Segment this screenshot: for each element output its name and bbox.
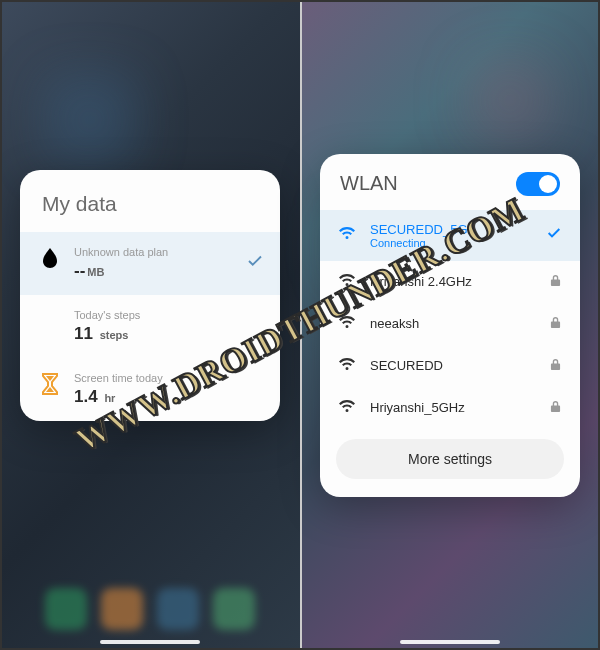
steps-value: 11 (74, 324, 93, 343)
lock-icon (550, 315, 562, 333)
right-phone-screen: WLAN SECUREDD_5G Connecting Hriyanshi 2.… (300, 0, 600, 650)
lock-icon (550, 357, 562, 375)
screen-time-value: 1.4 (74, 387, 98, 406)
screen-time-unit: hr (104, 392, 115, 404)
wlan-header: WLAN (320, 154, 580, 210)
wlan-card: WLAN SECUREDD_5G Connecting Hriyanshi 2.… (320, 154, 580, 497)
screen-time-row[interactable]: Screen time today 1.4 hr (20, 358, 280, 421)
steps-label: Today's steps (74, 309, 140, 321)
wifi-network-row[interactable]: neeaksh (320, 303, 580, 345)
wifi-name: SECUREDD_5G (370, 222, 534, 237)
steps-icon (38, 309, 62, 333)
steps-unit: steps (100, 329, 129, 341)
screen-time-label: Screen time today (74, 372, 163, 384)
wifi-icon (338, 273, 358, 291)
dock-left (45, 588, 255, 630)
home-indicator[interactable] (100, 640, 200, 644)
more-settings-button[interactable]: More settings (336, 439, 564, 479)
wifi-network-row[interactable]: SECUREDD (320, 345, 580, 387)
wifi-network-row[interactable]: SECUREDD_5G Connecting (320, 210, 580, 261)
card-title: My data (20, 170, 280, 232)
hourglass-icon (38, 372, 62, 396)
panel-divider (300, 0, 302, 650)
wifi-network-row[interactable]: Hriyanshi 2.4GHz (320, 261, 580, 303)
wifi-icon (338, 357, 358, 375)
wifi-name: Hriyanshi_5GHz (370, 400, 538, 415)
wifi-icon (338, 315, 358, 333)
lock-icon (550, 273, 562, 291)
wlan-toggle[interactable] (516, 172, 560, 196)
home-indicator[interactable] (400, 640, 500, 644)
wlan-title: WLAN (340, 172, 398, 195)
wifi-icon (338, 399, 358, 417)
my-data-card: My data Unknown data plan --MB Today's s (20, 170, 280, 421)
left-phone-screen: My data Unknown data plan --MB Today's s (0, 0, 300, 650)
wifi-name: Hriyanshi 2.4GHz (370, 274, 538, 289)
wifi-name: SECUREDD (370, 358, 538, 373)
check-icon (546, 225, 562, 245)
data-plan-row[interactable]: Unknown data plan --MB (20, 232, 280, 295)
data-plan-unit: MB (87, 266, 104, 278)
steps-row[interactable]: Today's steps 11 steps (20, 295, 280, 358)
wifi-icon (338, 226, 358, 244)
water-drop-icon (38, 246, 62, 270)
wifi-network-row[interactable]: Hriyanshi_5GHz (320, 387, 580, 429)
wifi-name: neeaksh (370, 316, 538, 331)
wifi-status: Connecting (370, 237, 534, 249)
data-plan-label: Unknown data plan (74, 246, 168, 258)
check-icon (246, 252, 264, 274)
lock-icon (550, 399, 562, 417)
data-plan-value: -- (74, 261, 85, 280)
